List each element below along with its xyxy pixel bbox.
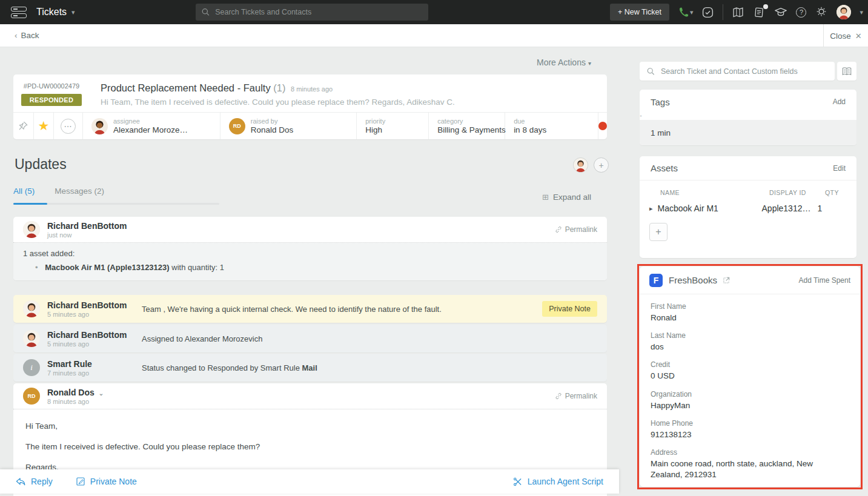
watcher-avatar[interactable] bbox=[573, 157, 588, 173]
custom-fields-search-input[interactable] bbox=[661, 67, 827, 76]
update-entry-asset-added: Richard BenBottom just now Permalink 1 a… bbox=[13, 217, 607, 280]
add-asset-button[interactable]: + bbox=[649, 223, 668, 241]
tab-messages[interactable]: Messages (2) bbox=[55, 187, 104, 203]
asset-qty-text: with quantity: 1 bbox=[170, 263, 224, 272]
reply-label: Reply bbox=[31, 477, 53, 486]
private-note-button[interactable]: Private Note bbox=[76, 477, 137, 486]
message-line: Hi Team, bbox=[25, 422, 595, 431]
app-window: Tickets ▾ + New Ticket ▾ bbox=[0, 0, 868, 496]
fb-field-last-name: Last Name dos bbox=[640, 323, 860, 352]
tab-all[interactable]: All (5) bbox=[13, 187, 35, 203]
ticket-summary-top: #PD-UW00002479 RESPONDED Product Replace… bbox=[13, 74, 607, 112]
graduation-cap-icon bbox=[774, 5, 787, 19]
fb-label: Organization bbox=[651, 390, 849, 398]
assignee-field[interactable]: assignee Alexander Moroze… bbox=[83, 113, 220, 139]
ticket-title[interactable]: Product Replacement Needed - Faulty bbox=[101, 82, 271, 93]
agent-avatar bbox=[23, 330, 40, 347]
entry-body: 1 asset added: • Macbook Air M1 (Apple13… bbox=[13, 243, 607, 280]
more-actions-button[interactable]: More Actions▾ bbox=[537, 58, 591, 67]
fb-label: Address bbox=[651, 448, 849, 457]
plus-icon: + bbox=[655, 227, 661, 237]
chevron-down-icon[interactable]: ▾ bbox=[860, 8, 863, 16]
ticket-time: 8 minutes ago bbox=[291, 85, 333, 93]
category-field[interactable]: category Billing & Payments bbox=[429, 113, 505, 139]
profile-menu[interactable] bbox=[837, 5, 851, 19]
expand-icon: ⊞ bbox=[542, 193, 549, 202]
fields-panel-button[interactable] bbox=[837, 62, 856, 81]
reply-button[interactable]: Reply bbox=[16, 477, 53, 486]
entry-author[interactable]: Ronald Dos⌄ bbox=[47, 388, 104, 397]
todo-menu[interactable] bbox=[701, 6, 714, 19]
permalink-button[interactable]: Permalink bbox=[555, 392, 597, 400]
tags-title: Tags bbox=[651, 97, 670, 107]
open-book-icon bbox=[841, 67, 852, 76]
link-icon bbox=[555, 226, 562, 233]
ideas-menu[interactable] bbox=[815, 5, 828, 19]
fb-field-home-phone: Home Phone 912138123 bbox=[640, 411, 860, 440]
back-button[interactable]: ‹Back bbox=[15, 31, 39, 40]
global-search-input[interactable] bbox=[215, 8, 422, 16]
pin-button[interactable] bbox=[13, 113, 34, 139]
fb-label: Last Name bbox=[651, 331, 849, 340]
external-link-icon[interactable] bbox=[722, 276, 731, 285]
fb-field-first-name: First Name Ronald bbox=[640, 294, 860, 323]
map-icon bbox=[732, 6, 744, 19]
permalink-label: Permalink bbox=[565, 225, 597, 234]
tags-add-button[interactable]: Add bbox=[833, 98, 846, 106]
assets-edit-button[interactable]: Edit bbox=[833, 164, 846, 173]
sla-red-dot[interactable] bbox=[598, 122, 607, 130]
entry-author[interactable]: Richard BenBottom bbox=[47, 330, 127, 340]
guide-menu[interactable] bbox=[732, 6, 744, 19]
due-field[interactable]: due in 8 days bbox=[505, 113, 598, 139]
add-watcher-button[interactable]: + bbox=[594, 157, 609, 173]
ticket-thread-count: (1) bbox=[273, 82, 285, 93]
fb-label: Home Phone bbox=[651, 419, 849, 428]
academy-menu[interactable] bbox=[774, 5, 787, 19]
due-label: due bbox=[514, 117, 546, 125]
global-search[interactable] bbox=[196, 4, 428, 21]
assignee-value: Alexander Moroze… bbox=[113, 125, 188, 134]
entry-author: Smart Rule bbox=[47, 359, 92, 369]
assets-col-name: NAME bbox=[660, 189, 769, 196]
whats-new-menu[interactable] bbox=[753, 6, 766, 19]
asset-added-bullet: • Macbook Air M1 (Apple13123123) with qu… bbox=[23, 263, 597, 272]
product-switcher-icon[interactable] bbox=[11, 7, 27, 18]
add-time-spent-button[interactable]: Add Time Spent bbox=[799, 276, 850, 285]
new-ticket-button[interactable]: + New Ticket bbox=[610, 4, 669, 21]
category-label: category bbox=[437, 117, 506, 125]
clipped-widget-row: ˳⋯ bbox=[640, 114, 856, 121]
assets-col-display-id: DISPLAY ID bbox=[769, 189, 825, 196]
caret-right-icon[interactable]: ▸ bbox=[649, 205, 653, 213]
asset-row[interactable]: ▸ Macbook Air M1 Apple1312… 1 bbox=[640, 196, 856, 213]
entry-author[interactable]: Richard BenBottom bbox=[47, 221, 127, 231]
star-icon: ★ bbox=[38, 119, 49, 133]
private-note-badge: Private Note bbox=[542, 301, 597, 317]
launch-agent-script-button[interactable]: Launch Agent Script bbox=[512, 477, 603, 487]
requester-avatar: RD bbox=[229, 118, 245, 134]
help-menu[interactable]: ? bbox=[796, 7, 806, 18]
time-spent-value: 1 min bbox=[651, 128, 671, 137]
priority-field[interactable]: priority High bbox=[357, 113, 429, 139]
private-note-label: Private Note bbox=[90, 477, 137, 486]
ticket-title-box: Product Replacement Needed - Faulty (1) … bbox=[90, 82, 607, 112]
raised-by-field[interactable]: RD raised by Ronald Dos bbox=[220, 113, 357, 139]
tools-icon bbox=[512, 477, 523, 487]
chevron-down-icon: ▾ bbox=[690, 8, 694, 16]
permalink-button[interactable]: Permalink bbox=[555, 225, 597, 234]
ticket-more-button[interactable]: ⋯ bbox=[54, 113, 83, 139]
message-line: The item I received is defective. Could … bbox=[25, 442, 595, 451]
back-label: Back bbox=[21, 31, 39, 40]
close-button[interactable]: Close ✕ bbox=[823, 24, 868, 47]
due-value: in 8 days bbox=[514, 125, 546, 134]
star-button[interactable]: ★ bbox=[34, 113, 55, 139]
top-nav: Tickets ▾ + New Ticket ▾ bbox=[0, 0, 868, 24]
entry-author[interactable]: Richard BenBottom bbox=[47, 300, 127, 310]
asset-display-id: Apple1312… bbox=[762, 203, 818, 213]
expand-all-button[interactable]: ⊞ Expand all bbox=[542, 193, 591, 202]
updates-heading: Updates bbox=[15, 156, 67, 173]
custom-fields-search[interactable] bbox=[640, 62, 835, 81]
module-selector[interactable]: Tickets ▾ bbox=[36, 7, 75, 18]
phone-menu[interactable]: ▾ bbox=[678, 6, 694, 18]
tags-card: Tags Add ˳⋯ 1 min bbox=[640, 90, 856, 145]
assets-table-header: NAME DISPLAY ID QTY bbox=[640, 180, 856, 196]
